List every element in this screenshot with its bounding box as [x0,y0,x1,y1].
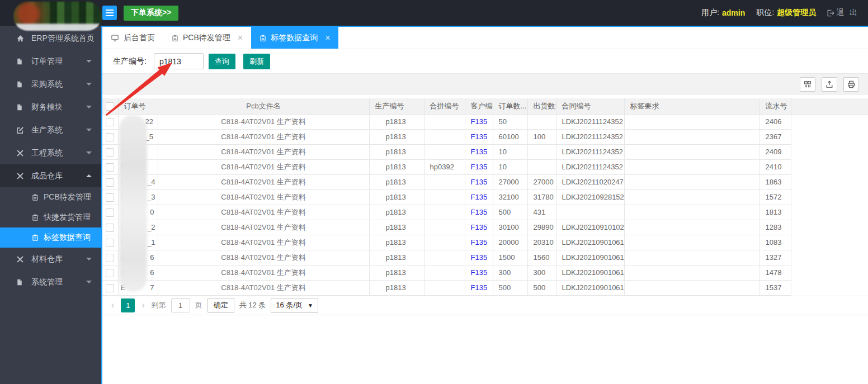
customer-code-cell: F135 [465,250,493,265]
row-checkbox[interactable] [106,193,114,202]
customer-code-link[interactable]: F135 [471,148,488,156]
row-checkbox[interactable] [106,178,114,187]
tab-1[interactable]: PCB待发管理× [163,27,251,49]
customer-code-link[interactable]: F135 [471,283,488,292]
export-button[interactable] [822,77,837,92]
row-checkbox[interactable] [106,148,114,157]
prev-page-icon[interactable]: ‹ [110,300,116,310]
customer-code-cell: F135 [465,114,493,129]
tab-label: 标签数据查询 [271,33,318,43]
print-button[interactable] [843,77,859,92]
row-checkbox[interactable] [106,224,114,232]
customer-code-link[interactable]: F135 [471,163,488,171]
customer-code-link[interactable]: F135 [471,178,488,186]
contract-no-cell: LDKJ20211124352 [556,144,624,159]
filler-cell [791,129,868,144]
confirm-page-button[interactable]: 确定 [207,298,234,313]
customer-code-link[interactable]: F135 [471,117,488,126]
sidebar-item-label: 采购系统 [31,79,63,89]
close-icon[interactable]: × [325,34,330,42]
sidebar-subitem-6-2[interactable]: 标签数据查询 [0,227,101,248]
row-checkbox[interactable] [106,163,114,172]
sidebar-subitem-6-1[interactable]: 快捷发货管理 [0,207,101,227]
file-icon [16,80,26,88]
column-header-6: 出货数量 [527,98,556,114]
ship-qty-cell: 31780 [527,189,556,205]
label-req-cell [624,144,760,159]
order-no-suffix: 0 [150,208,154,216]
refresh-button[interactable]: 刷新 [243,54,270,69]
serial-no-cell: 2410 [760,159,791,174]
sidebar-item-6[interactable]: 成品仓库 [0,164,101,187]
sidebar-item-5[interactable]: 工程系统 [0,141,101,164]
next-page-icon[interactable]: › [140,300,146,310]
tab-label: PCB待发管理 [183,33,230,43]
customer-code-link[interactable]: F135 [471,132,488,141]
sidebar-item-7[interactable]: 材料仓库 [0,248,101,271]
table-header-row: 订单号Pcb文件名生产编号合拼编号客户编码订单数...出货数量合同编号标签要求流… [102,98,868,114]
table-row-3: EC818-4AT02V01 生产资料p1813hp0392F13510LDKJ… [102,159,868,174]
sidebar-item-label: 成品仓库 [31,171,63,181]
customer-code-link[interactable]: F135 [471,268,488,277]
tab-2[interactable]: 标签数据查询× [251,27,338,49]
row-checkbox[interactable] [106,118,114,126]
order-qty-cell: 300 [493,265,527,280]
columns-button[interactable] [800,77,815,92]
filler-cell [791,235,868,250]
per-page-select[interactable]: 16 条/页 ▼ [271,298,318,313]
table-row-1: _5C818-4AT02V01 生产资料p1813F13560100100LDK… [102,129,868,144]
customer-code-link[interactable]: F135 [471,223,488,231]
contract-no-cell: LDKJ20210901061 [556,265,624,280]
customer-code-link[interactable]: F135 [471,193,488,201]
production-no-input[interactable] [154,53,204,69]
sidebar-subitem-6-0[interactable]: PCB待发管理 [0,187,101,207]
chevron-down-icon [86,151,92,154]
current-page-button[interactable]: 1 [121,298,135,312]
customer-code-link[interactable]: F135 [471,208,488,216]
row-checkbox-cell [102,250,118,265]
row-checkbox[interactable] [106,208,114,217]
order-system-button[interactable]: 下单系统>> [124,6,178,21]
serial-no-cell: 2409 [760,144,791,159]
sidebar-item-label: ERP管理系统首页 [31,34,95,44]
table-row-10: E6C818-4AT02V01 生产资料p1813F135300300LDKJ2… [102,265,868,280]
row-checkbox[interactable] [106,133,114,141]
customer-code-link[interactable]: F135 [471,253,488,262]
order-no-suffix: 7 [150,283,154,292]
sidebar-item-3[interactable]: 财务模块 [0,96,101,118]
serial-no-cell: 1083 [760,235,791,250]
sidebar-item-2[interactable]: 采购系统 [0,73,101,96]
production-no-cell: p1813 [369,189,424,205]
customer-code-link[interactable]: F135 [471,238,488,246]
tab-0[interactable]: 后台首页 [102,27,163,49]
row-checkbox[interactable] [106,254,114,262]
sidebar-subitem-label: 标签数据查询 [44,233,91,243]
select-all-checkbox[interactable] [106,102,114,111]
sidebar-item-4[interactable]: 生产系统 [0,118,101,141]
menu-toggle-button[interactable] [102,6,117,20]
goto-page-input[interactable] [171,298,190,312]
wrench-icon [16,149,26,157]
logout-button[interactable]: 退 出 [826,8,859,18]
chevron-down-icon: ▼ [308,302,313,309]
home-icon [16,35,26,42]
sidebar-item-8[interactable]: 系统管理 [0,271,101,293]
table-row-0: 22C818-4AT02V01 生产资料p1813F13550LDKJ20211… [102,114,868,129]
filler-cell [791,250,868,265]
column-header-8: 标签要求 [624,98,760,114]
order-qty-cell: 50 [493,114,527,129]
order-qty-cell: 10 [493,144,527,159]
row-checkbox[interactable] [106,269,114,277]
sidebar-item-1[interactable]: 订单管理 [0,50,101,73]
clipboard-icon [32,234,39,241]
close-icon[interactable]: × [238,34,243,42]
row-checkbox[interactable] [106,284,114,292]
row-checkbox-cell [102,174,118,189]
query-button[interactable]: 查询 [209,54,235,69]
order-qty-cell: 27000 [493,174,527,189]
row-checkbox[interactable] [106,239,114,247]
table-row-4: f_4C818-4AT02V01 生产资料p1813F1352700027000… [102,174,868,189]
per-page-value: 16 条/页 [276,300,303,310]
label-req-cell [624,114,760,129]
export-icon [825,80,833,88]
